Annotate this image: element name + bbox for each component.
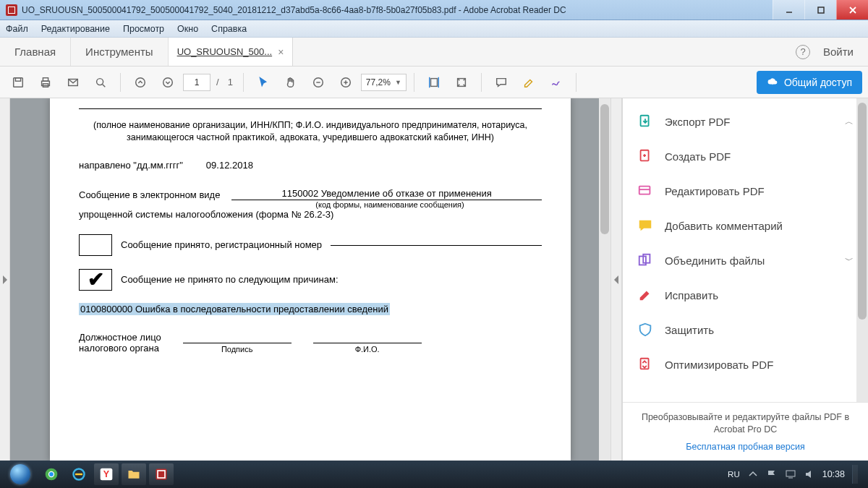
tool-create-pdf[interactable]: Создать PDF xyxy=(623,139,868,174)
window-buttons xyxy=(773,0,868,20)
search-icon[interactable] xyxy=(88,70,113,95)
doc-msg-line2: упрощенной системы налогообложения (форм… xyxy=(79,209,542,220)
chevron-down-icon: ▼ xyxy=(395,79,401,86)
zoom-out-icon[interactable] xyxy=(306,70,331,95)
tab-close-icon[interactable]: × xyxy=(278,46,284,58)
zoom-in-icon[interactable] xyxy=(333,70,358,95)
menu-help[interactable]: Справка xyxy=(211,24,247,34)
doc-rejected-label: Сообщение не принято по следующим причин… xyxy=(121,274,339,285)
menu-edit[interactable]: Редактирование xyxy=(41,24,110,34)
tool-redact[interactable]: Исправить xyxy=(623,278,868,312)
signin-link[interactable]: Войти xyxy=(823,46,854,58)
page-up-icon[interactable] xyxy=(128,70,153,95)
tray-up-icon[interactable] xyxy=(747,468,759,480)
doc-accepted-label: Сообщение принято, регистрационный номер xyxy=(121,239,322,250)
doc-msg-code: 1150002 Уведомление об отказе от примене… xyxy=(231,188,542,200)
doc-rejected-checkbox: ✔ xyxy=(79,269,112,291)
tray-volume-icon[interactable] xyxy=(804,468,815,480)
tool-protect[interactable]: Защитить xyxy=(623,312,868,347)
comment-icon[interactable] xyxy=(489,70,514,95)
zoom-dropdown[interactable]: 77,2% ▼ xyxy=(361,74,407,91)
free-trial-link[interactable]: Бесплатная пробная версия xyxy=(634,441,856,454)
page-down-icon[interactable] xyxy=(156,70,180,95)
svg-rect-30 xyxy=(643,254,650,263)
taskbar-yandex-icon[interactable]: Y xyxy=(94,463,119,485)
page-separator: / xyxy=(216,77,219,87)
mail-icon[interactable] xyxy=(61,70,85,95)
tool-label: Редактировать PDF xyxy=(665,185,765,197)
main-area: (полное наименование организации, ИНН/КП… xyxy=(0,98,868,461)
tool-optimize-pdf[interactable]: Оптимизировать PDF xyxy=(623,347,868,382)
menu-view[interactable]: Просмотр xyxy=(123,24,164,34)
document-scrollbar[interactable] xyxy=(599,98,610,461)
fit-width-icon[interactable] xyxy=(422,70,446,95)
zoom-value: 77,2% xyxy=(366,77,391,87)
tray-flag-icon[interactable] xyxy=(766,468,778,480)
tool-edit-pdf[interactable]: Редактировать PDF xyxy=(623,174,868,208)
sign-icon[interactable] xyxy=(544,70,569,95)
svg-rect-19 xyxy=(430,78,437,86)
tool-export-pdf[interactable]: Экспорт PDF ︿ xyxy=(623,104,868,139)
highlight-icon[interactable] xyxy=(516,70,541,95)
comment-icon xyxy=(637,218,653,234)
tool-add-comment[interactable]: Добавить комментарий xyxy=(623,208,868,243)
tools-scrollbar[interactable] xyxy=(856,98,868,402)
start-button[interactable] xyxy=(4,463,36,485)
doc-accepted-checkbox xyxy=(79,234,112,256)
document-viewport[interactable]: (полное наименование организации, ИНН/КП… xyxy=(10,98,610,461)
optimize-pdf-icon xyxy=(637,356,653,372)
menu-window[interactable]: Окно xyxy=(177,24,198,34)
chevron-down-icon: ﹀ xyxy=(845,254,854,267)
menu-file[interactable]: Файл xyxy=(6,24,28,34)
footer-promo-text: Преобразовывайте и редактируйте файлы PD… xyxy=(634,411,856,437)
select-tool-icon[interactable] xyxy=(251,70,276,95)
svg-rect-27 xyxy=(639,187,650,194)
svg-rect-7 xyxy=(43,77,48,81)
tool-label: Экспорт PDF xyxy=(665,116,731,128)
share-button[interactable]: Общий доступ xyxy=(757,71,862,94)
svg-rect-40 xyxy=(786,471,795,476)
doc-fio-caption: Ф.И.О. xyxy=(355,345,380,354)
app-tabs: Главная Инструменты UO_SRUOUSN_500... × … xyxy=(0,38,868,67)
create-pdf-icon xyxy=(637,148,653,164)
minimize-button[interactable] xyxy=(773,0,804,20)
taskbar-acrobat-icon[interactable] xyxy=(149,463,174,485)
tab-document[interactable]: UO_SRUOUSN_500... × xyxy=(169,38,294,66)
taskbar-language[interactable]: RU xyxy=(728,470,740,479)
save-icon[interactable] xyxy=(6,70,30,95)
close-button[interactable] xyxy=(836,0,868,20)
svg-rect-1 xyxy=(818,7,824,13)
svg-point-12 xyxy=(136,77,145,87)
taskbar: Y RU 10:38 xyxy=(0,461,868,488)
tools-panel: Экспорт PDF ︿ Создать PDF Редактировать … xyxy=(622,98,868,461)
doc-org-caption: (полное наименование организации, ИНН/КП… xyxy=(79,119,542,144)
window-titlebar: UO_SRUOUSN_500500041792_500500041792_504… xyxy=(0,0,868,20)
doc-sent-date: 09.12.2018 xyxy=(206,160,253,171)
taskbar-chrome-icon[interactable] xyxy=(39,463,64,485)
page-number-input[interactable]: 1 xyxy=(183,74,210,91)
tool-combine-files[interactable]: Объединить файлы ﹀ xyxy=(623,243,868,278)
export-pdf-icon xyxy=(637,114,653,129)
maximize-button[interactable] xyxy=(804,0,836,20)
taskbar-ie-icon[interactable] xyxy=(67,463,91,485)
help-icon[interactable]: ? xyxy=(796,45,810,59)
left-panel-toggle[interactable] xyxy=(0,98,10,461)
taskbar-explorer-icon[interactable] xyxy=(122,463,146,485)
tab-tools[interactable]: Инструменты xyxy=(71,38,169,66)
print-icon[interactable] xyxy=(33,70,58,95)
page-total: 1 xyxy=(228,77,233,87)
edit-pdf-icon xyxy=(637,183,653,199)
right-panel-toggle[interactable] xyxy=(610,98,622,461)
doc-error-text[interactable]: 0100800000 Ошибка в последовательности п… xyxy=(79,303,390,315)
fit-page-icon[interactable] xyxy=(449,70,474,95)
doc-sent-label: направлено "дд.мм.гггг" xyxy=(79,160,183,171)
tool-label: Добавить комментарий xyxy=(665,220,783,232)
tab-home[interactable]: Главная xyxy=(0,38,71,66)
combine-files-icon xyxy=(637,252,653,268)
show-desktop-button[interactable] xyxy=(852,465,858,484)
hand-tool-icon[interactable] xyxy=(278,70,303,95)
tool-label: Защитить xyxy=(665,324,714,336)
tool-label: Исправить xyxy=(665,289,718,301)
tray-network-icon[interactable] xyxy=(785,468,796,480)
taskbar-clock[interactable]: 10:38 xyxy=(822,469,845,479)
